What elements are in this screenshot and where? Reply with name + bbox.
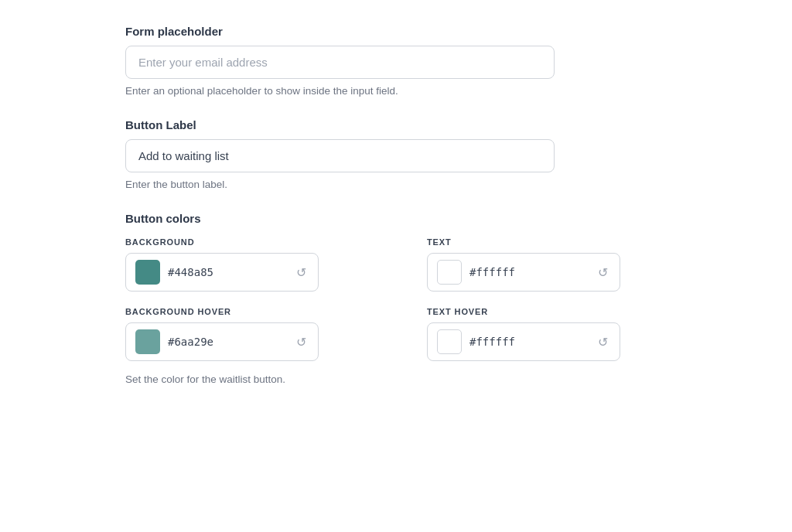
background-hover-color-value: #6aa29e	[168, 336, 293, 348]
button-label-input[interactable]	[125, 139, 555, 172]
text-reset-icon[interactable]: ↺	[595, 264, 610, 280]
text-hover-color-group: TEXT HOVER #ffffff ↺	[427, 307, 667, 361]
form-placeholder-section: Form placeholder Enter an optional place…	[125, 25, 667, 97]
form-placeholder-hint: Enter an optional placeholder to show in…	[125, 85, 667, 97]
background-hover-color-label: BACKGROUND HOVER	[125, 307, 365, 316]
button-colors-title: Button colors	[125, 212, 667, 225]
text-hover-reset-icon[interactable]: ↺	[595, 334, 610, 350]
button-colors-section: Button colors BACKGROUND #448a85 ↺ TEXT …	[125, 212, 667, 385]
text-color-swatch	[437, 260, 462, 285]
background-hover-color-swatch	[135, 329, 160, 354]
form-placeholder-input[interactable]	[125, 46, 555, 79]
button-colors-hint: Set the color for the waitlist button.	[125, 373, 667, 385]
text-hover-color-value: #ffffff	[469, 336, 595, 348]
background-hover-color-input-row[interactable]: #6aa29e ↺	[125, 322, 319, 361]
text-color-value: #ffffff	[469, 266, 595, 278]
background-hover-reset-icon[interactable]: ↺	[293, 334, 309, 350]
color-grid: BACKGROUND #448a85 ↺ TEXT #ffffff ↺ BACK…	[125, 237, 667, 361]
background-color-swatch	[135, 260, 160, 285]
text-color-label: TEXT	[427, 237, 667, 247]
form-placeholder-label: Form placeholder	[125, 25, 667, 38]
text-hover-color-swatch	[437, 329, 462, 354]
text-hover-color-label: TEXT HOVER	[427, 307, 667, 316]
background-color-label: BACKGROUND	[125, 237, 365, 247]
background-hover-color-group: BACKGROUND HOVER #6aa29e ↺	[125, 307, 365, 361]
background-color-value: #448a85	[168, 266, 293, 278]
button-label-label: Button Label	[125, 118, 667, 131]
text-color-input-row[interactable]: #ffffff ↺	[427, 253, 620, 292]
background-reset-icon[interactable]: ↺	[293, 264, 309, 280]
background-color-group: BACKGROUND #448a85 ↺	[125, 237, 365, 292]
text-hover-color-input-row[interactable]: #ffffff ↺	[427, 322, 620, 361]
background-color-input-row[interactable]: #448a85 ↺	[125, 253, 319, 292]
button-label-section: Button Label Enter the button label.	[125, 118, 667, 190]
text-color-group: TEXT #ffffff ↺	[427, 237, 667, 292]
button-label-hint: Enter the button label.	[125, 179, 667, 190]
settings-container: Form placeholder Enter an optional place…	[94, 25, 698, 507]
